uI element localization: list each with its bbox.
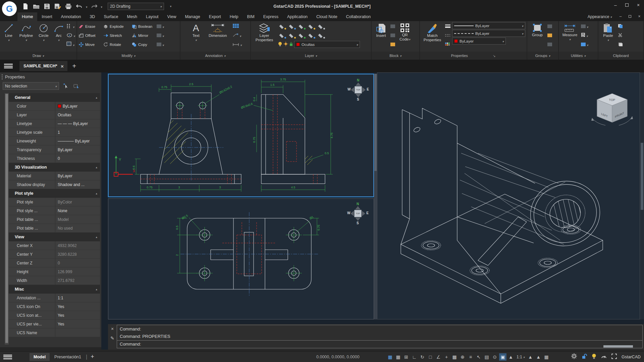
layer-state-icon[interactable]	[317, 23, 325, 29]
property-value[interactable]: ByLayer	[55, 172, 100, 180]
property-value[interactable]: 3280.6228	[55, 250, 100, 258]
annotation-scale-control[interactable]: 1:1	[515, 355, 526, 359]
panel-label-clipboard[interactable]: Clipboard	[598, 52, 643, 60]
panel-label-draw[interactable]: Draw	[0, 52, 76, 60]
tab-export[interactable]: Export	[205, 12, 225, 21]
tab-bim[interactable]: BIM	[243, 12, 259, 21]
layer-state-icon[interactable]	[278, 23, 286, 29]
color-palette-icon[interactable]	[445, 42, 450, 48]
compass-west-arrow-icon[interactable]	[351, 87, 354, 93]
property-row[interactable]: Width271.6792	[9, 276, 100, 285]
property-value[interactable]: ByLayer	[55, 102, 100, 110]
color-combo[interactable]: ByLayer	[452, 38, 506, 45]
chevron-down-icon[interactable]	[162, 33, 164, 39]
isodraft-icon[interactable]: ▩	[451, 353, 458, 361]
layer-state-icon[interactable]	[287, 33, 296, 39]
command-window[interactable]: Command: Command: PROPERTIES Command:	[108, 324, 644, 350]
property-value[interactable]: Model	[55, 215, 100, 224]
panel-label-utilities[interactable]: Utilities	[559, 52, 598, 60]
view-cube[interactable]: TOP LEFT FRONT	[591, 94, 633, 125]
collapse-icon[interactable]	[96, 96, 97, 99]
tab-surface[interactable]: Surface	[99, 12, 122, 21]
chevron-down-icon[interactable]	[587, 23, 588, 29]
preview-zoom-icon[interactable]: ⊙	[491, 353, 498, 361]
compass-top-cube[interactable]: TOP	[354, 210, 362, 217]
tab-collaboration[interactable]: Collaboration	[342, 12, 375, 21]
property-value[interactable]: None	[55, 206, 100, 215]
layer-sun-icon[interactable]	[283, 42, 288, 48]
property-row[interactable]: Plot table ...Model	[9, 215, 100, 224]
property-row[interactable]: Linetype— — — ByLayer	[9, 119, 100, 128]
property-value[interactable]: ByColor	[55, 198, 100, 206]
chevron-down-icon[interactable]	[586, 33, 588, 39]
copy-base-icon[interactable]	[618, 42, 623, 48]
close-tab-icon[interactable]	[61, 63, 64, 69]
paste-button[interactable]: Paste	[600, 22, 616, 52]
tab-express[interactable]: Express	[259, 12, 283, 21]
qat-customize-button[interactable]	[167, 2, 175, 10]
hatch-button[interactable]	[66, 42, 72, 48]
property-value[interactable]: No used	[55, 224, 100, 232]
tab-annotation[interactable]: Annotation	[57, 12, 86, 21]
viewport-front-side[interactable]: 0.75 2.5 Ø0.62x0.2 0.6 0.75 3 3	[108, 74, 374, 197]
compass-east-arrow-icon[interactable]	[362, 87, 366, 93]
unlock-icon[interactable]	[582, 354, 587, 360]
angle-snap-icon[interactable]: ∠	[435, 353, 442, 361]
new-file-button[interactable]	[21, 2, 30, 10]
property-row[interactable]: Linetype scale1	[9, 128, 100, 137]
layer-state-icon[interactable]	[297, 33, 306, 39]
point-grid-button[interactable]	[66, 23, 72, 29]
tab-mesh[interactable]: Mesh	[122, 12, 142, 21]
property-row[interactable]: Height126.999	[9, 267, 100, 276]
linetype-list-icon[interactable]	[445, 33, 451, 39]
select-objects-icon[interactable]	[62, 82, 70, 90]
break-icon[interactable]	[157, 43, 161, 46]
snap-grid-icon[interactable]: ▦	[386, 353, 394, 361]
model-paper-toggle-icon[interactable]: ▣	[499, 353, 506, 361]
layer-state-icon[interactable]	[307, 23, 316, 29]
gstarcad-logo-icon[interactable]: G	[2, 1, 17, 16]
linear-dim-button[interactable]	[232, 42, 239, 48]
property-value[interactable]: 1	[55, 128, 100, 136]
section-header[interactable]: Misc	[9, 285, 100, 294]
property-row[interactable]: Thickness0	[9, 154, 100, 163]
property-row[interactable]: Lineweight———— ByLayer	[9, 137, 100, 145]
collapse-icon[interactable]	[96, 288, 97, 291]
redo-button[interactable]	[90, 2, 98, 10]
qr-code-button[interactable]: QR Code	[396, 22, 413, 52]
quick-select-icon[interactable]	[581, 43, 586, 46]
chevron-down-icon[interactable]	[162, 23, 164, 29]
doc-restore-button[interactable]	[627, 14, 633, 19]
property-value[interactable]: Ocultas	[55, 111, 100, 119]
property-value[interactable]	[55, 328, 100, 337]
performance-gauge-icon[interactable]	[601, 354, 607, 360]
tab-help[interactable]: Help	[225, 12, 243, 21]
layer-select-combo[interactable]: Ocultas	[294, 41, 360, 48]
property-row[interactable]: Center X4932.9062	[9, 241, 100, 250]
command-close-icon[interactable]	[111, 326, 114, 331]
block-edit-icon[interactable]	[390, 34, 395, 37]
rotate-button[interactable]: Rotate	[103, 42, 130, 47]
panel-label-annotation[interactable]: Annotation	[180, 52, 250, 60]
viewport-isometric[interactable]: TOP LEFT FRONT	[377, 72, 640, 319]
property-value[interactable]: Yes	[55, 302, 100, 311]
menu-hamburger-icon[interactable]	[3, 63, 13, 69]
chevron-down-icon[interactable]	[587, 42, 588, 48]
redo-dropdown[interactable]	[101, 3, 103, 9]
collapse-icon[interactable]	[96, 235, 97, 239]
join-icon[interactable]	[157, 24, 161, 28]
tab-layout[interactable]: Layout	[142, 12, 163, 21]
annotation-autoscale-icon[interactable]: ▲	[535, 353, 542, 361]
open-file-button[interactable]	[32, 2, 40, 10]
selection-cycling-icon[interactable]: ↖	[475, 353, 482, 361]
tab-application[interactable]: Application	[283, 12, 312, 21]
selection-dropdown[interactable]: No selection	[3, 82, 59, 90]
measure-button[interactable]: Measure	[560, 22, 580, 52]
canvas-vertical-scrollbar[interactable]	[640, 72, 644, 319]
layer-lock-icon[interactable]	[289, 42, 293, 48]
property-value[interactable]: ———— ByLayer	[55, 137, 100, 145]
property-row[interactable]: Plot style ...None	[9, 206, 100, 215]
chevron-down-icon[interactable]	[240, 42, 242, 48]
block-attr-icon[interactable]	[390, 43, 395, 46]
lineweight-list-icon[interactable]	[445, 23, 451, 29]
